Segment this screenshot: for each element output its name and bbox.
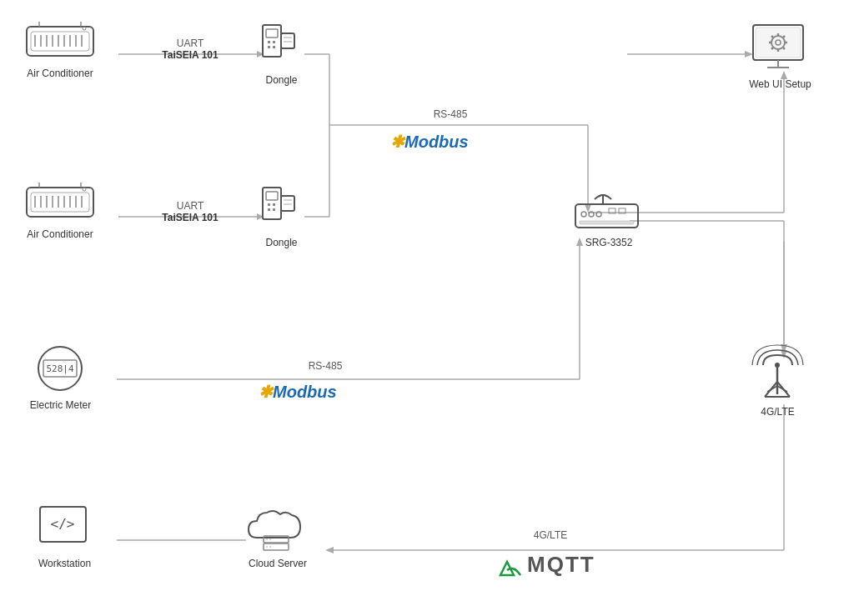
svg-rect-29 xyxy=(27,27,93,56)
svg-rect-43 xyxy=(27,188,93,217)
svg-point-79 xyxy=(596,212,601,217)
webui-node: Web UI Setup xyxy=(749,21,811,92)
dongle1-node: Dongle xyxy=(259,21,304,88)
modbus-top-label: ✱Modbus xyxy=(390,132,469,152)
dongle1-label: Dongle xyxy=(265,74,297,88)
cloud-node: Cloud Server xyxy=(240,500,315,571)
svg-rect-69 xyxy=(273,203,275,206)
svg-rect-80 xyxy=(609,208,615,213)
svg-rect-58 xyxy=(266,29,278,38)
lte-bottom-label: 4G/LTE xyxy=(509,529,592,541)
meter-node: 528|4 Electric Meter xyxy=(25,342,96,413)
svg-rect-81 xyxy=(619,208,625,213)
ac2-label: Air Conditioner xyxy=(27,228,93,242)
dongle2-node: Dongle xyxy=(259,183,304,250)
svg-point-77 xyxy=(581,212,586,217)
svg-rect-30 xyxy=(31,32,89,51)
workstation-icon: </> xyxy=(33,500,96,554)
svg-rect-84 xyxy=(756,28,801,58)
srg-label: SRG-3352 xyxy=(585,237,633,250)
svg-rect-72 xyxy=(281,196,294,211)
rs485-bottom-label: RS-485 xyxy=(275,360,375,372)
svg-line-93 xyxy=(783,36,785,38)
dongle1-icon xyxy=(259,21,304,71)
svg-point-78 xyxy=(589,212,594,217)
svg-rect-70 xyxy=(268,208,270,211)
ac1-icon xyxy=(23,18,98,64)
svg-rect-82 xyxy=(580,221,634,224)
srg-icon xyxy=(571,188,646,233)
ac1-node: Air Conditioner xyxy=(23,18,98,81)
svg-rect-62 xyxy=(273,46,275,48)
svg-text:</>: </> xyxy=(51,516,75,532)
rs485-top-label: RS-485 xyxy=(409,108,492,120)
mqtt-icon xyxy=(499,553,524,577)
ac2-icon xyxy=(23,179,98,225)
dongle2-label: Dongle xyxy=(265,237,297,250)
meter-icon: 528|4 xyxy=(25,342,96,396)
svg-rect-60 xyxy=(273,41,275,43)
dongle2-icon xyxy=(259,183,304,233)
svg-rect-68 xyxy=(268,203,270,206)
workstation-node: </> Workstation xyxy=(33,500,96,571)
ac1-label: Air Conditioner xyxy=(27,68,93,81)
cloud-icon xyxy=(240,500,315,554)
webui-label: Web UI Setup xyxy=(749,78,811,92)
svg-rect-67 xyxy=(266,192,278,200)
modbus-bottom-label: ✱Modbus xyxy=(259,382,337,402)
svg-rect-44 xyxy=(31,193,89,212)
svg-rect-59 xyxy=(268,41,270,43)
uart1-label: UART TaiSEIA 101 xyxy=(140,38,240,61)
uart2-label: UART TaiSEIA 101 xyxy=(140,200,240,223)
svg-rect-63 xyxy=(281,33,294,48)
svg-rect-61 xyxy=(268,46,270,48)
webui-icon xyxy=(749,21,811,75)
meter-label: Electric Meter xyxy=(30,399,91,413)
cloud-label: Cloud Server xyxy=(249,558,307,571)
connections-svg xyxy=(0,0,854,616)
diagram: Air Conditioner Air Conditioner xyxy=(0,0,854,616)
lte-node: 4G/LTE xyxy=(746,340,809,419)
svg-line-92 xyxy=(783,48,785,49)
svg-line-91 xyxy=(771,36,773,38)
mqtt-label: MQTT xyxy=(499,552,595,578)
workstation-label: Workstation xyxy=(38,558,91,571)
svg-line-94 xyxy=(771,48,773,49)
srg-node: SRG-3352 xyxy=(571,188,646,250)
ac2-node: Air Conditioner xyxy=(23,179,98,242)
svg-rect-71 xyxy=(273,208,275,211)
svg-text:528|4: 528|4 xyxy=(46,363,73,374)
lte-icon xyxy=(746,340,809,403)
svg-marker-26 xyxy=(325,547,334,553)
lte-label: 4G/LTE xyxy=(761,406,794,419)
